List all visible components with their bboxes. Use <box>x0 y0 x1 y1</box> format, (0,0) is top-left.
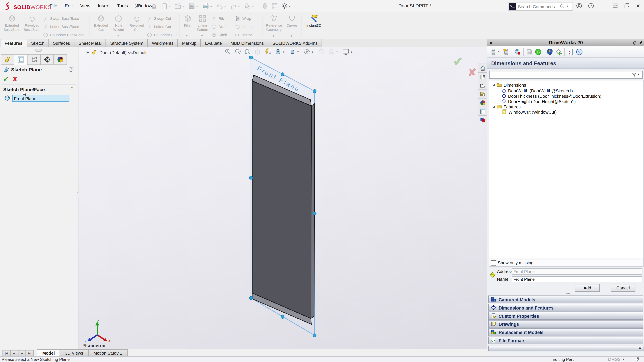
name-input[interactable] <box>512 276 642 282</box>
pm-ok-button[interactable]: ✔ <box>3 76 8 83</box>
curves-button[interactable]: Curves <box>285 13 299 37</box>
tree-node-dimensions[interactable]: ◢ Dimensions <box>492 82 526 87</box>
lofted-boss-base-button[interactable]: Lofted Boss/Base <box>43 23 79 30</box>
units-label[interactable]: MMGS <box>608 357 620 362</box>
revolved-boss-base-button[interactable]: Revolved Boss/Base <box>23 13 42 37</box>
tab-markup[interactable]: Markup <box>178 39 201 47</box>
boundary-boss-base-button[interactable]: Boundary Boss/Base <box>43 31 85 38</box>
lofted-cut-button[interactable]: Lofted Cut <box>146 23 171 30</box>
overflow-chevrons-icon[interactable]: » <box>639 346 641 350</box>
new-dropdown-icon[interactable]: ▾ <box>169 5 171 8</box>
menu-tools[interactable]: Tools <box>113 0 132 12</box>
tree-node-features[interactable]: ◢ Features <box>492 104 520 109</box>
help-icon[interactable]: ? <box>588 2 594 9</box>
search-dropdown-icon[interactable]: ▾ <box>567 4 568 8</box>
extruded-boss-base-button[interactable]: Extruded Boss/Base <box>2 13 22 37</box>
linear-pattern-dropdown-icon[interactable]: ▾ <box>201 34 203 38</box>
swept-cut-button[interactable]: Swept Cut <box>146 15 171 22</box>
tab-surfaces[interactable]: Surfaces <box>48 39 74 47</box>
tab-sketch[interactable]: Sketch <box>27 39 49 47</box>
save-dropdown-icon[interactable]: ▾ <box>196 5 198 8</box>
door-front-face[interactable] <box>252 81 312 319</box>
fillet-button[interactable]: Fillet <box>182 13 194 37</box>
intersect-button[interactable]: Intersect <box>235 23 256 30</box>
toggle-display-button[interactable] <box>261 2 269 10</box>
dimensions-features-tree[interactable]: ◢ Dimensions DoorWidth (DoorWidth@Sketch… <box>489 80 644 259</box>
swept-boss-base-button[interactable]: Swept Boss/Base <box>43 15 79 22</box>
menu-insert[interactable]: Insert <box>94 0 113 12</box>
accordion-overflow-bar[interactable]: » <box>488 346 644 351</box>
pane-splitter[interactable]: ......... <box>487 292 644 295</box>
expander-icon[interactable]: ◢ <box>492 105 495 108</box>
menu-view[interactable]: View <box>76 0 94 12</box>
select-dropdown-icon[interactable]: ▾ <box>252 5 254 8</box>
capture-model-icon[interactable] <box>514 48 521 55</box>
autopilot-icon[interactable] <box>555 48 562 55</box>
tab-display-manager[interactable] <box>53 54 67 65</box>
rib-button[interactable]: Rib <box>211 15 224 22</box>
minimize-button[interactable]: — <box>600 3 605 8</box>
reference-geometry-dropdown-icon[interactable]: ▾ <box>273 34 274 38</box>
cancel-button[interactable]: Cancel <box>611 284 636 292</box>
open-button[interactable] <box>174 2 182 10</box>
tab-weldments[interactable]: Weldments <box>148 39 178 47</box>
revolved-cut-button[interactable]: Revolved Cut <box>128 13 146 37</box>
tab-solidworks-add-ins[interactable]: SOLIDWORKS Add-Ins <box>268 39 322 47</box>
tab-property-manager[interactable] <box>14 54 28 65</box>
tab-scroll-last-button[interactable]: ▶| <box>26 350 34 357</box>
shell-button[interactable]: Shell <box>211 31 227 38</box>
door-model[interactable]: Front Plane <box>78 47 487 349</box>
accordion-captured-models[interactable]: Captured Models <box>488 296 643 303</box>
wrap-button[interactable]: Wrap <box>235 15 251 22</box>
cut-overflow-icon[interactable]: ▾ <box>118 34 119 38</box>
tree-node-doorwidth[interactable]: DoorWidth (DoorWidth@Sketch1) <box>502 88 573 93</box>
group-table-dropdown-icon[interactable]: ▾ <box>498 50 500 53</box>
tab-sheet-metal[interactable]: Sheet Metal <box>74 39 106 47</box>
settings-dropdown-icon[interactable]: ▾ <box>289 5 291 8</box>
select-button[interactable] <box>244 2 252 10</box>
tab-evaluate[interactable]: Evaluate <box>200 39 226 47</box>
show-only-missing-checkbox[interactable] <box>491 260 496 266</box>
sync-icon[interactable] <box>535 48 542 55</box>
reference-geometry-button[interactable]: Reference Geometry <box>264 13 284 37</box>
boundary-cut-button[interactable]: Boundary Cut <box>146 31 176 38</box>
tab-features[interactable]: Features <box>0 39 27 47</box>
panel-splitter-handle[interactable] <box>36 49 42 52</box>
redo-button[interactable] <box>230 2 237 10</box>
restore-window-button[interactable] <box>624 3 630 8</box>
group-table-icon[interactable] <box>490 48 497 55</box>
pin-panel-icon[interactable] <box>638 40 643 45</box>
save-captured-icon[interactable] <box>526 48 533 55</box>
menu-edit[interactable]: Edit <box>61 0 77 12</box>
menu-file[interactable]: File <box>46 0 61 12</box>
draft-button[interactable]: Draft <box>211 23 226 30</box>
tab-configuration-manager[interactable] <box>27 54 41 65</box>
tab-scroll-next-button[interactable]: ▶ <box>18 350 26 357</box>
tree-node-doorthickness[interactable]: DoorThickness (DoorThickness@DoorExtrusi… <box>502 93 601 98</box>
undo-button[interactable] <box>216 2 224 10</box>
close-button[interactable]: ✕ <box>636 3 640 9</box>
open-dropdown-icon[interactable]: ▾ <box>182 5 184 8</box>
collapse-panel-icon[interactable]: « <box>490 39 492 46</box>
search-commands-box[interactable]: >_ ▾ <box>508 2 573 10</box>
tree-node-doorheight[interactable]: DoorHeight (DoorHeight@Sketch1) <box>502 98 576 104</box>
print-dropdown-icon[interactable]: ▾ <box>210 5 212 8</box>
instant3d-button[interactable]: Instant3D <box>304 13 324 37</box>
linear-pattern-button[interactable]: Linear Pattern <box>195 13 210 37</box>
report-icon[interactable] <box>567 48 574 55</box>
accordion-drawings[interactable]: Drawings <box>488 320 643 328</box>
tab-mbd-dimensions[interactable]: MBD Dimensions <box>226 39 268 47</box>
redo-dropdown-icon[interactable]: ▾ <box>238 5 240 8</box>
pin-menu-icon[interactable] <box>135 3 140 8</box>
print-button[interactable] <box>202 2 210 10</box>
undo-dropdown-icon[interactable]: ▾ <box>224 5 226 8</box>
resize-span-button[interactable] <box>612 3 618 8</box>
tab-3d-views[interactable]: 3D Views <box>60 349 88 357</box>
hole-wizard-button[interactable]: Hole Wizard <box>110 13 127 37</box>
tab-motion-study-1[interactable]: Motion Study 1 <box>88 349 128 357</box>
home-button[interactable] <box>150 2 158 10</box>
user-account-icon[interactable] <box>576 2 582 9</box>
sketch-plane-selection-input[interactable] <box>12 95 69 102</box>
driveworks-help-icon[interactable]: ? <box>576 48 583 55</box>
tab-scroll-prev-button[interactable]: ◀ <box>10 350 18 357</box>
